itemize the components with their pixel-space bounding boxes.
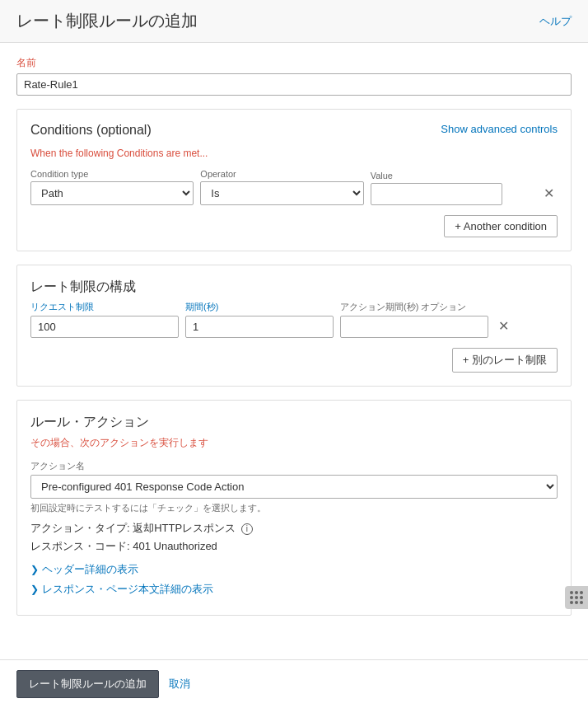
help-widget[interactable] [565,586,588,609]
help-dot [575,591,578,594]
action-name-group: アクション名 Pre-configured 401 Response Code … [30,460,558,499]
page-title: レート制限ルールの追加 [16,10,198,32]
help-dot [570,601,573,604]
request-limit-input[interactable] [30,316,179,338]
action-section-title: ルール・アクション [30,414,558,431]
help-dot [575,601,578,604]
submit-button[interactable]: レート制限ルールの追加 [16,670,159,698]
remove-rate-button[interactable]: ✕ [495,316,512,336]
add-rate-row: + 別のレート制限 [30,348,558,373]
conditions-header-row: Conditions (optional) Show advanced cont… [30,123,558,143]
header-expand-arrow: ❯ [30,564,39,575]
action-type-label: アクション・タイプ: 返却HTTPレスポンス [30,522,236,534]
operator-field: Operator Is Is not Contains Starts with [200,169,363,205]
help-dot [580,591,583,594]
condition-type-label: Condition type [30,169,194,179]
action-type-text: アクション・タイプ: 返却HTTPレスポンス i [30,521,558,536]
action-name-label: アクション名 [30,460,558,472]
action-subtitle: その場合、次のアクションを実行します [30,436,558,450]
name-field-label: 名前 [16,56,572,70]
help-dot-grid [570,591,583,604]
response-code-label: レスポンス・コード: 401 Unauthorized [30,540,217,552]
operator-label: Operator [200,169,363,179]
rate-limit-section: レート制限の構成 リクエスト制限 期間(秒) アクション期間(秒) オプション … [16,265,572,387]
action-period-input[interactable] [340,316,488,338]
add-condition-button[interactable]: + Another condition [444,215,558,237]
response-body-link[interactable]: レスポンス・ページ本文詳細の表示 [42,582,213,597]
request-limit-label: リクエスト制限 [30,301,179,313]
info-icon[interactable]: i [241,523,253,535]
header-detail-row: ❯ ヘッダー詳細の表示 [30,562,558,577]
name-field-group: 名前 [16,56,572,96]
value-label: Value [371,171,534,181]
top-header: レート制限ルールの追加 ヘルプ [0,0,588,43]
condition-row: Condition type Path HTTP Method Header Q… [30,169,558,205]
name-input[interactable] [16,73,572,96]
remove-condition-button[interactable]: ✕ [540,184,558,204]
help-link[interactable]: ヘルプ [539,14,572,29]
help-dot [570,596,573,599]
period-label: 期間(秒) [185,301,334,313]
conditions-subtitle: When the following Conditions are met... [30,148,558,159]
period-input[interactable] [185,316,334,338]
main-content: 名前 Conditions (optional) Show advanced c… [0,43,588,659]
action-period-field: アクション期間(秒) オプション [340,301,488,338]
help-dot [580,596,583,599]
rate-limit-row: リクエスト制限 期間(秒) アクション期間(秒) オプション ✕ [30,301,558,338]
conditions-section: Conditions (optional) Show advanced cont… [16,109,572,251]
conditions-title: Conditions (optional) [30,123,152,138]
operator-select[interactable]: Is Is not Contains Starts with [200,181,363,205]
help-dot [580,601,583,604]
page-footer: レート制限ルールの追加 取消 [0,659,588,708]
cancel-link[interactable]: 取消 [169,677,190,692]
show-advanced-link[interactable]: Show advanced controls [441,123,558,135]
value-field: Value [371,171,534,205]
condition-type-field: Condition type Path HTTP Method Header Q… [30,169,194,205]
response-body-expand-arrow: ❯ [30,584,39,595]
add-condition-row: + Another condition [30,215,558,237]
add-rate-button[interactable]: + 別のレート制限 [452,348,558,373]
period-field: 期間(秒) [185,301,334,338]
condition-type-select[interactable]: Path HTTP Method Header Query [30,181,194,205]
response-code-text: レスポンス・コード: 401 Unauthorized [30,539,558,554]
help-dot [575,596,578,599]
request-limit-field: リクエスト制限 [30,301,179,338]
action-section: ルール・アクション その場合、次のアクションを実行します アクション名 Pre-… [16,400,572,616]
header-detail-link[interactable]: ヘッダー詳細の表示 [42,562,138,577]
value-input[interactable] [371,183,502,205]
rate-limit-title: レート制限の構成 [30,279,558,296]
help-dot [570,591,573,594]
response-body-row: ❯ レスポンス・ページ本文詳細の表示 [30,582,558,597]
action-period-label: アクション期間(秒) オプション [340,301,488,313]
action-name-select[interactable]: Pre-configured 401 Response Code Action [30,475,558,499]
action-hint-text: 初回設定時にテストするには「チェック」を選択します。 [30,502,558,514]
